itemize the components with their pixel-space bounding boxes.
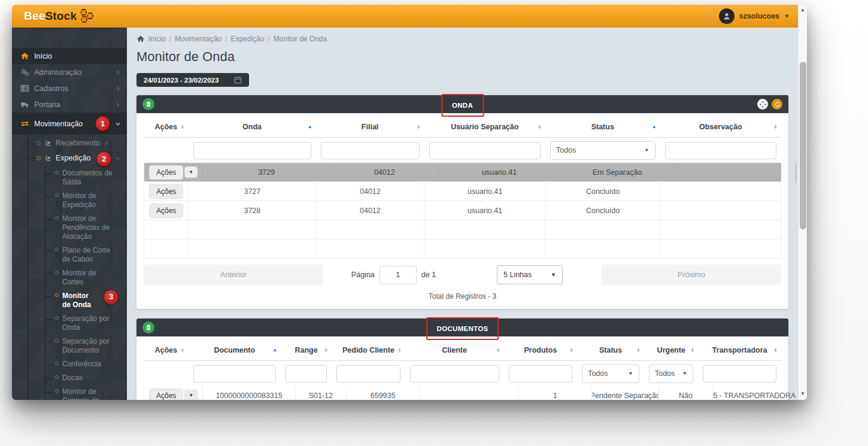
sidebar-item-monitor-de-controle-de-docas[interactable]: Monitor de Controle de Docas bbox=[45, 385, 122, 400]
honeycomb-icon bbox=[80, 8, 95, 24]
page-title: Monitor de Onda bbox=[136, 49, 788, 65]
sidebar-item-portaria[interactable]: Portaria bbox=[12, 96, 127, 113]
cell-status: Concluído bbox=[546, 201, 661, 220]
filter-input-cliente[interactable] bbox=[410, 365, 499, 383]
column-header-range[interactable]: Range▲▼ bbox=[281, 340, 332, 360]
filter-input-produtos[interactable] bbox=[509, 365, 572, 383]
acoes-button[interactable]: Ações bbox=[149, 389, 183, 401]
sidebar-item-movimentacao[interactable]: Movimentação1 bbox=[12, 113, 127, 135]
sidebar-item-plano-de-corte-de-cabos[interactable]: Plano de Corte de Cabos bbox=[45, 244, 122, 266]
sidebar-item-separacao-por-documento[interactable]: Separação por Documento bbox=[45, 335, 122, 357]
date-range-picker[interactable]: 24/01/2023 - 23/02/2023 bbox=[136, 73, 249, 87]
column-header-urgente[interactable]: Urgente▲▼ bbox=[644, 340, 699, 360]
sidebar-item-documentos-de-saida[interactable]: Documentos de Saída bbox=[45, 166, 122, 189]
onda-panel: ONDA Ações▲▼Onda▲Filial▲▼Usuário Separaç… bbox=[136, 95, 788, 309]
breadcrumb-item[interactable]: Expedição bbox=[230, 35, 264, 43]
sidebar-item-monitor-de-expedicao[interactable]: Monitor de Expedição bbox=[45, 189, 122, 212]
next-page-button[interactable]: Próximo bbox=[602, 265, 781, 285]
column-header-cliente[interactable]: Cliente▲▼ bbox=[405, 340, 504, 360]
acoes-button[interactable]: Ações bbox=[149, 204, 183, 218]
column-header-filial[interactable]: Filial▲▼ bbox=[316, 117, 424, 137]
sidebar-item-administracao[interactable]: Administração bbox=[12, 64, 127, 80]
user-menu[interactable]: szsolucoes ▼ bbox=[719, 8, 790, 24]
filter-input-documento[interactable] bbox=[193, 365, 276, 383]
bullet-icon bbox=[55, 193, 59, 197]
documentos-panel-title: DOCUMENTOS bbox=[437, 325, 488, 332]
column-header-transportadora[interactable]: Transportadora▲▼ bbox=[698, 340, 781, 360]
truck-icon bbox=[20, 100, 29, 109]
filter-input-filial[interactable] bbox=[321, 142, 420, 159]
logo-text: BeeStock bbox=[24, 10, 77, 23]
filter-select-urgente[interactable]: Todos▼ bbox=[649, 365, 694, 383]
sidebar-item-cadastros[interactable]: Cadastros bbox=[12, 80, 127, 96]
column-header-status[interactable]: Status▲▼ bbox=[577, 340, 644, 360]
page-of-label: de 1 bbox=[421, 271, 436, 279]
acoes-button[interactable]: Ações bbox=[149, 165, 183, 180]
hand-truck-icon bbox=[44, 139, 52, 147]
filter-input-range[interactable] bbox=[286, 365, 327, 383]
filter-input-observação[interactable] bbox=[665, 142, 776, 159]
scroll-down-icon[interactable]: ▼ bbox=[800, 389, 805, 399]
export-excel-icon[interactable] bbox=[142, 98, 154, 110]
total-records-label: Total de Registros - 3 bbox=[136, 285, 788, 309]
column-header-pedido-cliente[interactable]: Pedido Cliente▲▼ bbox=[332, 340, 405, 360]
filter-input-usuário-separação[interactable] bbox=[429, 142, 541, 159]
sidebar-item-expedicao[interactable]: Expedição2Documentos de SaídaMonitor de … bbox=[28, 150, 127, 400]
filter-select-status[interactable]: Todos▼ bbox=[582, 365, 639, 383]
breadcrumb-item[interactable]: Início bbox=[148, 35, 166, 43]
scrollbar-thumb[interactable] bbox=[800, 62, 806, 229]
column-header-acoes[interactable]: Ações▲▼ bbox=[144, 340, 189, 360]
column-header-status[interactable]: Status▲ bbox=[545, 117, 660, 137]
cell-pedido-cliente: 659935 bbox=[347, 386, 420, 400]
sort-icon: ▲▼ bbox=[324, 348, 328, 353]
column-header-onda[interactable]: Onda▲ bbox=[189, 117, 316, 137]
table-row[interactable]: Ações▼1000000000083315S01-126599351Pende… bbox=[144, 386, 781, 400]
onda-panel-title: ONDA bbox=[452, 102, 473, 109]
acoes-button[interactable]: Ações bbox=[149, 184, 183, 199]
breadcrumb-item[interactable]: Movimentação bbox=[175, 35, 221, 43]
sidebar-item-separacao-por-onda[interactable]: Separação por Onda bbox=[45, 312, 122, 335]
lines-per-page-select[interactable]: 5 Linhas▼ bbox=[497, 265, 563, 284]
sidebar-item-monitor-de-onda[interactable]: Monitor de Onda3 bbox=[45, 289, 122, 312]
table-row[interactable]: Ações372804012usuario.41Concluído bbox=[144, 201, 781, 220]
empty-row bbox=[144, 220, 781, 239]
beestock-logo[interactable]: BeeStock bbox=[24, 8, 95, 24]
move-panel-icon[interactable] bbox=[757, 99, 768, 110]
column-header-documento[interactable]: Documento▲ bbox=[189, 340, 281, 360]
annotation-step-badge: 3 bbox=[104, 290, 119, 305]
sidebar-item-recebimento[interactable]: Recebimento bbox=[28, 136, 127, 150]
documentos-title-callout: DOCUMENTOS bbox=[426, 317, 499, 340]
sidebar-item-docas[interactable]: Docas bbox=[45, 371, 122, 385]
column-header-produtos[interactable]: Produtos▲▼ bbox=[504, 340, 577, 360]
table-row[interactable]: Ações372704012usuario.41Concluído bbox=[144, 182, 781, 201]
sidebar-item-monitor-de-cortes[interactable]: Monitor de Cortes bbox=[45, 266, 122, 289]
bullet-icon bbox=[37, 141, 41, 145]
column-header-usuario-separacao[interactable]: Usuário Separação▲▼ bbox=[424, 117, 545, 137]
export-excel-icon[interactable] bbox=[142, 321, 154, 333]
table-row[interactable]: Ações▼372904012usuario.41Em Separação bbox=[144, 163, 781, 182]
refresh-icon[interactable] bbox=[772, 99, 782, 110]
acoes-caret-button[interactable]: ▼ bbox=[184, 166, 198, 178]
filter-input-pedido-cliente[interactable] bbox=[336, 365, 400, 383]
gears-icon bbox=[20, 68, 29, 77]
page-number-input[interactable] bbox=[380, 266, 417, 284]
column-header-observacao[interactable]: Observação▲▼ bbox=[660, 117, 781, 137]
cell-status: Pendente Separação bbox=[592, 386, 659, 400]
vertical-scrollbar[interactable]: ▲ ▼ bbox=[798, 5, 807, 400]
bullet-icon bbox=[55, 362, 59, 365]
breadcrumb-separator: / bbox=[268, 35, 269, 43]
filter-input-onda[interactable] bbox=[193, 142, 311, 159]
filter-select-status[interactable]: Todos▼ bbox=[550, 141, 655, 160]
sort-asc-icon: ▲ bbox=[272, 349, 277, 351]
bullet-icon bbox=[55, 339, 59, 342]
cell-onda: 3728 bbox=[189, 201, 316, 220]
previous-page-button[interactable]: Anterior bbox=[144, 265, 323, 285]
column-header-acoes[interactable]: Ações▲▼ bbox=[144, 117, 189, 137]
sidebar-item-inicio[interactable]: Início bbox=[12, 48, 127, 64]
filter-input-transportadora[interactable] bbox=[703, 365, 776, 383]
acoes-caret-button[interactable]: ▼ bbox=[184, 390, 198, 400]
bullet-icon bbox=[37, 156, 41, 160]
scroll-up-icon[interactable]: ▲ bbox=[800, 5, 805, 15]
sidebar-item-conferencia[interactable]: Conferência bbox=[45, 357, 122, 371]
sidebar-item-monitor-de-pendencias-de-alocacao[interactable]: Monitor de Pendências de Alocação bbox=[45, 212, 122, 244]
